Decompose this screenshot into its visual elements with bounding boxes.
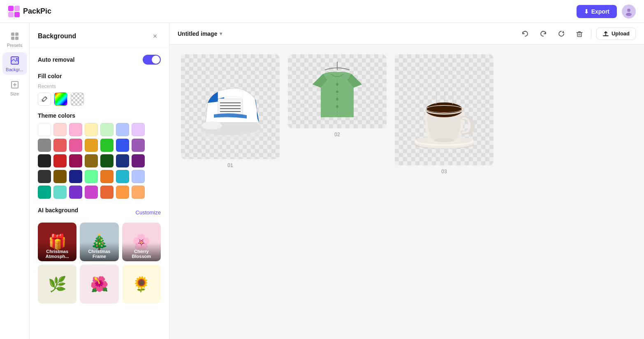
theme-colors-section: Theme colors — [38, 112, 161, 199]
panel-header: Background × — [30, 23, 169, 48]
panel-title: Background — [38, 33, 76, 40]
export-button[interactable]: ⬇ Export — [577, 5, 617, 18]
delete-button[interactable] — [573, 27, 586, 40]
svg-rect-6 — [11, 33, 14, 36]
color-cell[interactable] — [100, 186, 114, 199]
svg-point-42 — [434, 138, 454, 142]
sidebar-item-presets-label: Presets — [7, 43, 22, 48]
ai-card-row2b[interactable]: 🌺 — [80, 265, 118, 303]
ai-card-christmas-atmo[interactable]: 🎁 Christmas Atmosph... — [38, 223, 76, 261]
sidebar-item-presets[interactable]: Presets — [2, 28, 27, 51]
presets-icon — [10, 31, 20, 41]
color-cell[interactable] — [69, 154, 82, 167]
logo[interactable]: PackPic — [8, 6, 51, 17]
logo-text: PackPic — [23, 7, 51, 16]
ai-card-row2a[interactable]: 🌿 — [38, 265, 76, 303]
color-cell[interactable] — [116, 154, 129, 167]
panel: Background × Auto removal Fill color Rec… — [30, 23, 169, 339]
color-cell[interactable] — [116, 186, 129, 199]
image-card-03: 03 — [395, 54, 493, 174]
auto-removal-label: Auto removal — [38, 56, 74, 63]
redo-button[interactable] — [537, 27, 550, 40]
image-title[interactable]: Untitled image ▾ — [178, 30, 222, 37]
icon-sidebar: Presets Backgr... Size — [0, 23, 30, 339]
undo-button[interactable] — [519, 27, 532, 40]
color-cell[interactable] — [85, 123, 98, 136]
color-cell[interactable] — [69, 123, 82, 136]
image-frame-02[interactable] — [288, 54, 387, 128]
ai-card-christmas-frame[interactable]: 🎄 Christmas Frame — [80, 223, 118, 261]
theme-colors-grid — [38, 123, 161, 199]
color-cell[interactable] — [100, 154, 114, 167]
color-cell[interactable] — [132, 154, 145, 167]
color-cell[interactable] — [69, 139, 82, 152]
color-cell[interactable] — [116, 139, 129, 152]
color-cell[interactable] — [132, 123, 145, 136]
color-cell[interactable] — [100, 123, 114, 136]
svg-point-24 — [202, 121, 222, 130]
sidebar-item-background[interactable]: Backgr... — [2, 52, 27, 75]
color-cell[interactable] — [116, 123, 129, 136]
canvas-toolbar: Untitled image ▾ Upload — [169, 23, 644, 44]
image-frame-01[interactable] — [181, 54, 280, 159]
sidebar-item-background-label: Backgr... — [6, 67, 23, 72]
header: PackPic ⬇ Export — [0, 0, 644, 23]
ai-section-header: AI background Customize — [38, 207, 161, 218]
close-button[interactable]: × — [149, 30, 161, 42]
color-cell[interactable] — [132, 139, 145, 152]
background-icon — [10, 56, 20, 65]
refresh-button[interactable] — [555, 27, 568, 40]
theme-colors-title: Theme colors — [38, 112, 161, 119]
avatar[interactable] — [622, 5, 636, 19]
export-label: Export — [591, 8, 609, 15]
customize-link[interactable]: Customize — [136, 209, 161, 216]
sidebar-item-size[interactable]: Size — [2, 77, 27, 99]
color-cell[interactable] — [116, 170, 129, 183]
image-label-01: 01 — [227, 163, 233, 168]
color-cell[interactable] — [85, 186, 98, 199]
ai-card-cherry-blossom[interactable]: 🌸 Cherry Blossom — [122, 223, 161, 261]
ai-card-label: Christmas Frame — [80, 242, 118, 261]
color-cell[interactable] — [38, 154, 51, 167]
color-cell[interactable] — [100, 139, 114, 152]
color-cell[interactable] — [132, 186, 145, 199]
transparent-swatch[interactable] — [71, 93, 84, 106]
color-cell[interactable] — [85, 170, 98, 183]
svg-point-32 — [336, 105, 338, 108]
image-label-03: 03 — [441, 169, 447, 174]
svg-point-31 — [336, 98, 338, 100]
svg-rect-15 — [577, 33, 581, 37]
color-cell[interactable] — [53, 170, 67, 183]
gradient-color-swatch[interactable] — [54, 93, 67, 106]
color-cell[interactable] — [53, 139, 67, 152]
header-right: ⬇ Export — [577, 5, 636, 19]
toolbar-actions: Upload — [519, 27, 636, 40]
color-picker-button[interactable] — [38, 93, 51, 106]
upload-button[interactable]: Upload — [596, 28, 636, 40]
image-title-text: Untitled image — [178, 30, 217, 37]
color-cell[interactable] — [85, 139, 98, 152]
color-cell[interactable] — [85, 154, 98, 167]
color-cell[interactable] — [69, 186, 82, 199]
recents-row — [38, 93, 161, 106]
color-cell[interactable] — [53, 123, 67, 136]
image-frame-03[interactable] — [395, 54, 493, 165]
svg-rect-1 — [14, 6, 20, 11]
svg-rect-9 — [15, 37, 19, 40]
ai-card-deco: 🌺 — [80, 265, 118, 303]
svg-point-41 — [426, 106, 462, 112]
color-cell[interactable] — [69, 170, 82, 183]
color-cell[interactable] — [53, 186, 67, 199]
canvas-area: Untitled image ▾ Upload — [169, 23, 644, 339]
export-icon: ⬇ — [584, 8, 589, 15]
color-cell[interactable] — [38, 123, 51, 136]
ai-card-row2c[interactable]: 🌻 — [122, 265, 161, 303]
color-cell[interactable] — [132, 170, 145, 183]
color-cell[interactable] — [38, 170, 51, 183]
color-cell[interactable] — [38, 139, 51, 152]
auto-removal-toggle[interactable] — [143, 55, 161, 65]
color-cell[interactable] — [100, 170, 114, 183]
images-grid: 01 — [181, 54, 632, 174]
color-cell[interactable] — [53, 154, 67, 167]
color-cell[interactable] — [38, 186, 51, 199]
